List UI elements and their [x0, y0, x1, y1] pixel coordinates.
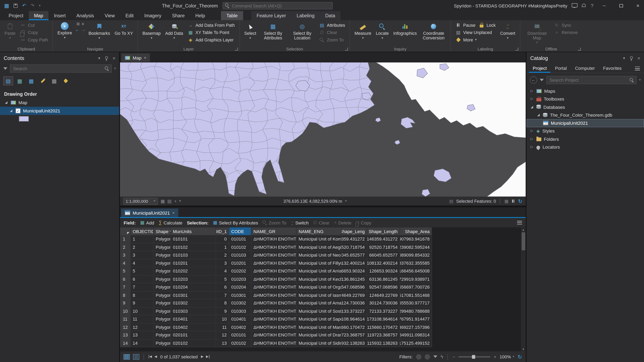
column-header[interactable]: Shape_Length [367, 227, 400, 235]
help-icon[interactable] [591, 3, 594, 8]
table-view-icon[interactable] [124, 354, 130, 360]
contents-tab-snapping[interactable] [49, 76, 59, 85]
view-unplaced-button[interactable]: View Unplaced [454, 29, 497, 36]
refresh-icon[interactable] [518, 199, 522, 204]
sync-button[interactable]: Sync [552, 21, 580, 29]
column-header[interactable]: Shape * [154, 227, 171, 235]
expander-icon[interactable] [530, 137, 534, 141]
undo-icon[interactable] [22, 3, 26, 8]
attributes-button[interactable]: Attributes [317, 21, 347, 29]
camera-tools-icon[interactable] [76, 22, 80, 26]
column-header[interactable]: OID_1 [216, 227, 229, 235]
chevron-down-icon[interactable] [98, 56, 100, 60]
column-header[interactable]: NAME_ENG [296, 227, 342, 235]
catalog-node-toolboxes[interactable]: Toolboxes [526, 95, 644, 103]
column-header[interactable]: OBJECTID * [130, 227, 154, 235]
copy-button[interactable]: Copy [356, 220, 371, 225]
row-number-cell[interactable]: 6 [120, 275, 130, 283]
column-header[interactable]: NAME_GR [251, 227, 296, 235]
table-row[interactable]: 44Polygon0102013010201ΔΗΜΟΤΙΚΗ ΕΝΟΤΗΤΑ..… [120, 259, 526, 267]
ribbon-tab-edit[interactable]: Edit [120, 11, 139, 20]
funnel-icon[interactable] [433, 355, 437, 358]
catalog-node-layer[interactable]: MunicipalUnit2021 [526, 119, 644, 127]
map-view[interactable] [120, 62, 526, 196]
next-extent-icon[interactable] [81, 27, 86, 32]
zoom-slider[interactable] [458, 356, 490, 357]
contents-tab-drawing-order[interactable] [3, 76, 13, 85]
expander-icon[interactable] [4, 101, 8, 104]
select-all-corner[interactable] [120, 227, 130, 235]
map-view-tab[interactable]: Map [121, 53, 150, 62]
pause-button[interactable]: Pause [454, 21, 477, 29]
selection-list-icon[interactable] [449, 199, 453, 203]
bookmarks-button[interactable]: Bookmarks [87, 21, 112, 41]
table-row[interactable]: 11Polygon0101010010101ΔΗΜΟΤΙΚΗ ΕΝΟΤΗΤΑ..… [120, 235, 526, 243]
table-row[interactable]: 99Polygon0103028010302ΔΗΜΟΤΙΚΗ ΕΝΟΤΗΤΑ..… [120, 299, 526, 307]
column-header-selected[interactable]: CODE [229, 227, 251, 235]
pin-icon[interactable] [629, 56, 633, 60]
ribbon-tab-share[interactable]: Share [167, 11, 190, 20]
chevron-down-icon[interactable] [623, 56, 625, 60]
table-row[interactable]: 1313Polygon02010112020101ΔΗΜΟΤΙΚΗ ΕΝΟΤΗΤ… [120, 331, 526, 339]
previous-extent-icon[interactable] [75, 27, 79, 32]
coordinate-conversion-button[interactable]: Coordinate Conversion [420, 21, 448, 41]
filter-icon[interactable] [3, 67, 7, 70]
search-options-caret-icon[interactable] [639, 78, 640, 82]
ribbon-tab-table[interactable]: Table [221, 11, 243, 20]
expander-icon[interactable] [530, 89, 534, 92]
column-header[interactable]: Shape_Area [400, 227, 432, 235]
display-icon[interactable] [572, 3, 577, 8]
refresh-icon[interactable] [518, 354, 522, 360]
more-button[interactable]: More [454, 36, 497, 44]
layers-tool-icon[interactable] [167, 199, 172, 203]
row-number-cell[interactable]: 8 [120, 291, 130, 299]
row-number-cell[interactable]: 7 [120, 283, 130, 291]
expander-icon[interactable] [530, 129, 534, 132]
add-graphics-layer-button[interactable]: Add Graphics Layer [186, 36, 236, 44]
close-icon[interactable] [637, 56, 640, 61]
search-options-caret-icon[interactable] [114, 67, 116, 70]
contents-search-input[interactable] [10, 64, 112, 73]
table-row[interactable]: 1010Polygon0103039010303ΔΗΜΟΤΙΚΗ ΕΝΟΤΗΤΑ… [120, 307, 526, 315]
symbology-swatch[interactable] [19, 116, 29, 121]
table-vertical-scrollbar[interactable] [520, 227, 526, 351]
redo-icon[interactable] [30, 3, 34, 8]
contents-tab-editing[interactable] [38, 76, 48, 85]
close-button[interactable] [632, 0, 644, 11]
catalog-menu-icon[interactable] [635, 66, 640, 70]
ribbon-tab-labeling[interactable]: Labeling [292, 11, 320, 20]
go-to-xy-button[interactable]: Go To XY [113, 21, 135, 37]
back-button[interactable] [530, 76, 537, 84]
layer-symbology-row[interactable] [0, 115, 119, 122]
command-search-input[interactable] [222, 2, 332, 9]
row-number-cell[interactable]: 9 [120, 299, 130, 307]
pin-icon[interactable] [104, 56, 108, 60]
form-view-icon[interactable] [133, 354, 139, 360]
zoom-slider-thumb[interactable] [472, 355, 475, 359]
row-number-cell[interactable]: 2 [120, 243, 130, 251]
paste-button[interactable]: Paste [3, 21, 17, 41]
table-row[interactable]: 1111Polygon01040110010401ΔΗΜΟΤΙΚΗ ΕΝΟΤΗΤ… [120, 315, 526, 323]
catalog-tab-favorites[interactable]: Favorites [599, 64, 625, 73]
previous-record-icon[interactable] [154, 355, 157, 358]
table-view-tab[interactable]: MunicipalUnit2021 [121, 209, 178, 217]
zoom-level-select[interactable]: 100% [500, 354, 514, 359]
row-number-cell[interactable]: 3 [120, 251, 130, 259]
command-search[interactable] [222, 2, 332, 9]
column-header[interactable]: Shape_Leng [342, 227, 367, 235]
catalog-search-input[interactable] [546, 76, 636, 84]
xy-table-to-point-button[interactable]: XY Table To Point [186, 29, 236, 36]
filter-toggle2-icon[interactable] [425, 354, 430, 360]
clear-button[interactable]: Clear [313, 220, 330, 225]
table-row[interactable]: 88Polygon0103017010301ΔΗΜΟΤΙΚΗ ΕΝΟΤΗΤΑ Ι… [120, 291, 526, 299]
grid-tool-icon[interactable] [160, 199, 165, 203]
catalog-node-folders[interactable]: Folders [526, 135, 644, 143]
copy-path-button[interactable]: Copy Path [18, 36, 50, 44]
pause-drawing-icon[interactable] [512, 200, 514, 203]
table-row[interactable]: 66Polygon0102035010203ΔΗΜΟΤΙΚΗ ΕΝΟΤΗΤΑ..… [120, 275, 526, 283]
last-record-icon[interactable] [206, 355, 209, 358]
next-record-icon[interactable] [201, 355, 204, 358]
clear-button[interactable]: Clear [317, 29, 347, 36]
contents-tab-display[interactable] [15, 76, 24, 85]
ribbon-tab-view[interactable]: View [99, 11, 120, 20]
